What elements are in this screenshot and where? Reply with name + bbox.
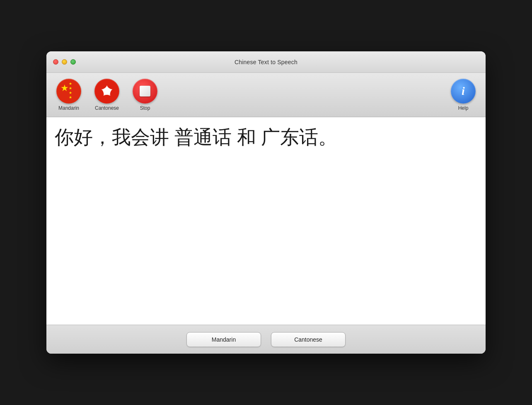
china-star-small-2: ★ [69,87,72,90]
close-button[interactable] [53,59,58,65]
app-window: Chinese Text to Speech ★ ★ ★ ★ ★ Mandari… [46,51,486,354]
main-text: 你好，我会讲 普通话 和 广东话。 [55,124,477,150]
mandarin-toolbar-button[interactable]: ★ ★ ★ ★ ★ Mandarin [53,77,85,113]
mandarin-toolbar-label: Mandarin [58,105,79,111]
stop-icon [133,79,157,104]
maximize-button[interactable] [70,59,76,65]
help-toolbar-button[interactable]: i Help [447,77,479,113]
china-flag-icon: ★ ★ ★ ★ ★ [56,79,81,104]
china-star-small-1: ★ [69,82,72,86]
stop-square [140,86,150,96]
help-icon-text: i [462,84,465,98]
mandarin-bottom-button[interactable]: Mandarin [186,332,261,347]
toolbar: ★ ★ ★ ★ ★ Mandarin [46,73,486,117]
traffic-lights [53,59,76,65]
china-star-large: ★ [60,84,69,93]
china-star-small-3: ★ [69,91,72,95]
cantonese-bottom-button[interactable]: Cantonese [271,332,346,347]
title-bar: Chinese Text to Speech [46,51,486,73]
window-title: Chinese Text to Speech [235,59,297,65]
cantonese-toolbar-button[interactable]: Cantonese [91,77,123,113]
help-toolbar-label: Help [458,105,469,111]
cantonese-toolbar-label: Cantonese [95,105,119,111]
stop-toolbar-button[interactable]: Stop [129,77,161,113]
stop-toolbar-label: Stop [140,105,150,111]
china-star-small-4: ★ [69,96,72,99]
bottom-bar: Mandarin Cantonese [46,325,486,354]
hk-bauhinia-svg [98,82,116,100]
hk-flag-icon [94,79,119,104]
china-flag-inner: ★ ★ ★ ★ ★ [56,79,81,104]
china-stars-small: ★ ★ ★ ★ [69,82,72,99]
minimize-button[interactable] [62,59,67,65]
text-area-wrapper: 你好，我会讲 普通话 和 广东话。 [46,117,486,325]
text-scroll-area[interactable]: 你好，我会讲 普通话 和 广东话。 [46,117,486,325]
help-icon: i [451,79,476,104]
